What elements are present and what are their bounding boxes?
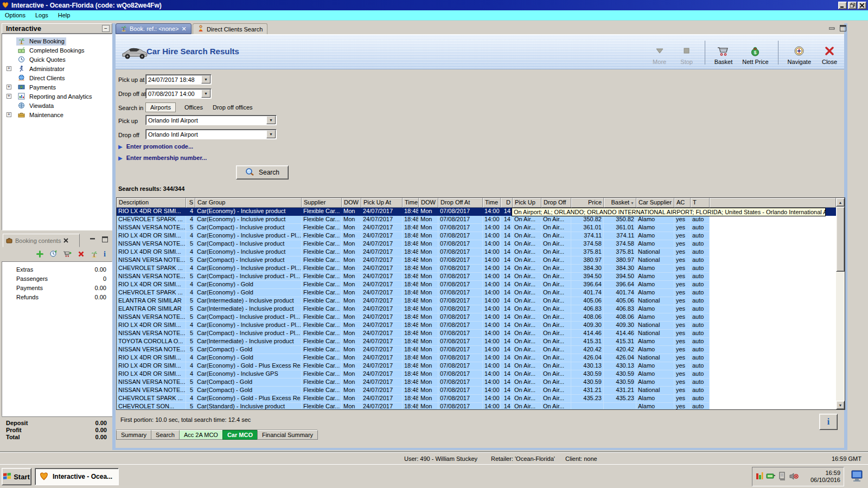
column-header-dow2[interactable]: DOW (419, 198, 438, 208)
table-row[interactable]: NISSAN VERSA NOTE...5Car(Compact) - Incl… (117, 330, 836, 338)
search-in-airports[interactable]: Airports (145, 102, 176, 112)
column-header-car_supplier[interactable]: Car Supplier (636, 198, 674, 208)
table-row[interactable]: RIO LX 4DR OR SIMI...4Car(Economy) - Inc… (117, 248, 836, 256)
dropdown-icon[interactable]: ▼ (201, 89, 210, 98)
sidebar-item-maintenance[interactable]: + Maintenance (3, 111, 65, 119)
column-header-supplier[interactable]: Supplier (302, 198, 342, 208)
panel-minimize-icon[interactable] (88, 236, 97, 244)
table-row[interactable]: CHEVROLET SPARK ...4Car(Economy) - Gold … (117, 395, 836, 403)
tray-status-icon[interactable] (756, 472, 763, 481)
table-row[interactable]: RIO LX 4DR OR SIMI...4Car(Economy) - Gol… (117, 362, 836, 370)
table-row[interactable]: ELANTRA OR SIMILAR5Car(Intermediate) - I… (117, 297, 836, 305)
membership-expander[interactable]: ▶ Enter membership number... (118, 155, 207, 161)
table-row[interactable]: RIO LX 4DR OR SIMI...4Car(Economy) - Inc… (117, 232, 836, 240)
column-header-d[interactable]: D (501, 198, 513, 208)
desktop-monitor-icon[interactable] (851, 470, 864, 483)
table-row[interactable]: NISSAN VERSA NOTE...5Car(Compact) - Incl… (117, 256, 836, 265)
palm-tree-small-icon[interactable] (91, 251, 98, 259)
search-button[interactable]: Search (236, 165, 289, 179)
expand-icon[interactable]: + (7, 94, 11, 99)
column-header-pickup_loc[interactable]: Pick Up (513, 198, 541, 208)
menu-logs[interactable]: Logs (30, 11, 53, 20)
column-header-price[interactable]: Price (571, 198, 604, 208)
table-row[interactable]: NISSAN VERSA NOTE...5Car(Compact) - Gold… (117, 378, 836, 387)
expand-icon[interactable]: + (7, 66, 11, 71)
navigate-button[interactable]: Navigate (786, 44, 813, 66)
scrollbar-thumb[interactable] (836, 207, 845, 272)
table-row[interactable]: NISSAN VERSA NOTE...5Car(Compact) - Incl… (117, 273, 836, 281)
title-bar[interactable]: Interactive - Ocean-Florida (code: wQo82… (0, 0, 868, 10)
table-row[interactable]: RIO LX 4DR OR SIMI...4Car(Economy) - Gol… (117, 281, 836, 289)
info-icon[interactable]: i (104, 251, 106, 258)
tray-volume-muted-icon[interactable] (789, 472, 799, 481)
scroll-up-icon[interactable]: ▲ (836, 198, 845, 207)
table-row[interactable]: NISSAN VERSA NOTE...5Car(Compact) - Gold… (117, 387, 836, 395)
pickup-at-field[interactable]: 24/07/2017 18:48 ▼ (145, 74, 212, 85)
mdi-minimize-icon[interactable] (828, 25, 837, 33)
sidebar-item-administrator[interactable]: + Administrator (3, 65, 66, 73)
table-scrollbar[interactable]: ▲ ▼ (836, 198, 845, 409)
dropdown-icon[interactable]: ▼ (266, 116, 276, 124)
dropoff-at-field[interactable]: 07/08/2017 14:00 ▼ (145, 88, 212, 99)
table-row[interactable]: TOYOTA COROLLA O...5Car(Intermediate) - … (117, 338, 836, 346)
sidebar-collapse-button[interactable]: − (102, 25, 110, 32)
start-button[interactable]: Start (2, 468, 31, 485)
table-row[interactable]: CHEVROLET SPARK ...4Car(Economy) - GoldF… (117, 289, 836, 297)
basket-button[interactable]: Basket (713, 44, 735, 66)
column-header-ac[interactable]: AC (674, 198, 691, 208)
table-row[interactable]: NISSAN VERSA NOTE...5Car(Compact) - Gold… (117, 346, 836, 354)
refresh-clock-icon[interactable] (49, 250, 57, 259)
close-window-button[interactable] (858, 2, 866, 9)
expand-icon[interactable]: + (7, 112, 11, 117)
restore-button[interactable] (848, 2, 857, 9)
column-header-pickup_time[interactable]: Time (403, 198, 419, 208)
list-item[interactable]: Refunds0.00 (2, 292, 112, 301)
tab-financial-summary[interactable]: Financial Summary (257, 430, 318, 440)
column-header-s[interactable]: S (186, 198, 195, 208)
tab-car-mco[interactable]: Car MCO (222, 430, 258, 440)
table-row[interactable]: NISSAN VERSA NOTE...5Car(Compact) - Incl… (117, 240, 836, 248)
nett-price-button[interactable]: $ Nett Price (741, 44, 770, 66)
column-header-dropoff_date[interactable]: Drop Off At (438, 198, 483, 208)
dropoff-combo[interactable]: Orlando Intl Airport ▼ (145, 129, 277, 139)
taskbar-item-interactive[interactable]: Interactive - Ocea... (35, 468, 119, 485)
scroll-down-icon[interactable]: ▼ (836, 401, 845, 409)
tab-direct-clients-search[interactable]: Direct Clients Search (193, 23, 267, 34)
search-in-dropoff-offices[interactable]: Drop off offices (212, 103, 254, 112)
taskbar-clock[interactable]: 16:59 06/10/2016 (810, 470, 840, 484)
sidebar-item-reporting[interactable]: + Reporting and Analytics (3, 92, 94, 101)
table-row[interactable]: CHEVROLET SON...5Car(Standard) - Inclusi… (117, 403, 836, 409)
table-row[interactable]: ELANTRA OR SIMILAR5Car(Intermediate) - I… (117, 305, 836, 313)
tab-acc-2a-mco[interactable]: Acc 2A MCO (179, 430, 223, 440)
column-header-dow1[interactable]: DOW (342, 198, 361, 208)
sidebar-item-payments[interactable]: + $ Payments (3, 83, 58, 92)
panel-splitter[interactable] (112, 23, 116, 450)
tab-search[interactable]: Search (151, 430, 180, 440)
mdi-maximize-icon[interactable] (839, 24, 847, 32)
table-row[interactable]: NISSAN VERSA NOTE...5Car(Compact) - Incl… (117, 313, 836, 322)
tray-display-icon[interactable] (778, 472, 787, 481)
list-item[interactable]: Payments0.00 (2, 283, 112, 292)
sidebar-item-direct-clients[interactable]: Direct Clients (3, 74, 66, 82)
column-header-pickup_date[interactable]: Pick Up At (361, 198, 403, 208)
sidebar-item-new-booking[interactable]: New Booking (3, 37, 66, 46)
menu-help[interactable]: Help (53, 11, 75, 20)
table-row[interactable]: CHEVROLET SPARK ...4Car(Economy) - Inclu… (117, 265, 836, 273)
tab-booking-ref[interactable]: Book. ref.: <none> ✕ (116, 23, 192, 34)
column-header-desc[interactable]: Description (117, 198, 186, 208)
search-in-offices[interactable]: Offices (183, 103, 204, 112)
column-header-t[interactable]: T (691, 198, 710, 208)
dropdown-icon[interactable]: ▼ (266, 130, 276, 138)
list-item[interactable]: Extras0.00 (2, 265, 112, 274)
close-tab-icon[interactable] (63, 237, 68, 244)
delete-icon[interactable] (78, 251, 85, 259)
pickup-combo[interactable]: Orlando Intl Airport ▼ (145, 115, 277, 125)
column-header-group[interactable]: Car Group (195, 198, 302, 208)
tab-booking-contents[interactable]: Booking contents (3, 234, 80, 247)
promo-code-expander[interactable]: ▶ Enter promotion code... (118, 143, 193, 150)
close-tab-icon[interactable]: ✕ (182, 25, 187, 33)
column-header-basket[interactable]: Basket▼ (604, 198, 636, 208)
table-row[interactable]: RIO LX 4DR OR SIMI...4Car(Economy) - Gol… (117, 354, 836, 362)
panel-maximize-icon[interactable] (100, 235, 109, 243)
menu-options[interactable]: Options (0, 11, 30, 20)
